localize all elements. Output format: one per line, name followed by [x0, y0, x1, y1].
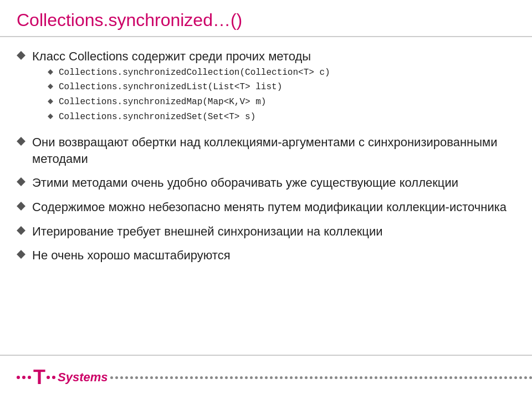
dot-icon	[175, 376, 178, 379]
dot-icon	[370, 376, 372, 379]
dot-icon	[325, 376, 328, 379]
sub-bullet-text: Collections.synchronizedCollection(Colle…	[59, 67, 330, 79]
bullet-marker	[17, 177, 25, 186]
dot-icon	[210, 376, 213, 379]
dot-icon	[415, 376, 417, 379]
slide-header: Collections.synchronized…()	[0, 0, 532, 37]
dot-icon	[185, 376, 188, 379]
sub-bullet-marker	[48, 69, 53, 75]
bullet-text: Не очень хорошо масштабируются	[32, 247, 231, 264]
dot-icon	[195, 376, 198, 379]
dot-icon	[135, 376, 138, 379]
dot-icon	[250, 376, 253, 379]
bullet-text-container: Класс Collections содержит среди прочих …	[32, 48, 330, 126]
dot-icon	[454, 376, 457, 379]
dot-icon	[215, 376, 218, 379]
list-item: Итерирование требует внешней синхронизац…	[17, 223, 515, 240]
dot-icon	[245, 376, 248, 379]
dot-icon	[220, 376, 223, 379]
dot-icon	[115, 376, 118, 379]
slide-content: Класс Collections содержит среди прочих …	[0, 43, 532, 355]
dot-icon	[310, 376, 313, 379]
dot-icon	[469, 376, 472, 379]
dot-icon	[47, 376, 50, 379]
dot-icon	[420, 376, 422, 379]
dot-icon	[350, 376, 352, 379]
dot-icon	[150, 376, 153, 379]
sub-bullet-list: Collections.synchronizedCollection(Colle…	[48, 67, 330, 123]
dot-icon	[380, 376, 382, 379]
footer-dots-middle	[47, 376, 55, 379]
logo-systems-text: Systems	[58, 370, 108, 385]
bullet-marker	[17, 202, 25, 211]
list-item: Они возвращают обертки над коллекциями-а…	[17, 134, 515, 167]
dot-icon	[504, 376, 507, 379]
list-item: Collections.synchronizedList(List<T> lis…	[48, 81, 330, 93]
dot-icon	[295, 376, 298, 379]
dot-icon	[340, 376, 342, 379]
slide: Collections.synchronized…() Класс Collec…	[0, 0, 532, 399]
dot-icon	[514, 376, 517, 379]
bullet-marker	[17, 226, 25, 235]
dot-icon	[395, 376, 397, 379]
dot-icon	[439, 376, 442, 379]
list-item: Этими методами очень удобно оборачивать …	[17, 175, 515, 191]
dot-icon	[524, 376, 527, 379]
dot-icon	[305, 376, 308, 379]
dot-icon	[434, 376, 437, 379]
dot-icon	[280, 376, 283, 379]
bullet-marker	[17, 250, 25, 259]
dot-icon	[479, 376, 482, 379]
dot-icon	[275, 376, 278, 379]
dot-icon	[459, 376, 462, 379]
dot-icon	[22, 376, 25, 379]
bullet-marker	[17, 51, 25, 60]
dot-icon	[320, 376, 323, 379]
dot-icon	[190, 376, 193, 379]
footer-dots-right	[110, 376, 532, 379]
dot-icon	[499, 376, 502, 379]
slide-footer: T Systems	[0, 355, 532, 399]
dot-icon	[315, 376, 318, 379]
dot-icon	[489, 376, 492, 379]
main-bullet-list: Класс Collections содержит среди прочих …	[17, 48, 515, 264]
dot-icon	[265, 376, 268, 379]
dot-icon	[494, 376, 497, 379]
dot-icon	[160, 376, 163, 379]
dot-icon	[360, 376, 362, 379]
dot-icon	[170, 376, 173, 379]
logo-t-letter: T	[33, 366, 44, 389]
sub-bullet-marker	[48, 114, 53, 119]
dot-icon	[225, 376, 228, 379]
list-item: Collections.synchronizedMap(Map<K,V> m)	[48, 96, 330, 108]
dot-icon	[509, 376, 512, 379]
dot-icon	[285, 376, 288, 379]
dot-icon	[355, 376, 357, 379]
dot-icon	[424, 376, 427, 379]
dot-icon	[205, 376, 208, 379]
sub-bullet-text: Collections.synchronizedMap(Map<K,V> m)	[59, 96, 266, 108]
dot-icon	[260, 376, 263, 379]
dot-icon	[429, 376, 432, 379]
dot-icon	[230, 376, 233, 379]
dot-icon	[484, 376, 487, 379]
bullet-text: Содержимое можно небезопасно менять путе…	[32, 199, 507, 216]
dot-icon	[155, 376, 158, 379]
footer-dots-left	[17, 376, 31, 379]
dot-icon	[444, 376, 447, 379]
bullet-text: Этими методами очень удобно оборачивать …	[32, 175, 458, 191]
bullet-text: Они возвращают обертки над коллекциями-а…	[32, 134, 515, 167]
dot-icon	[255, 376, 258, 379]
dot-icon	[120, 376, 123, 379]
dot-icon	[464, 376, 467, 379]
dot-icon	[400, 376, 402, 379]
dot-icon	[270, 376, 273, 379]
sub-bullet-marker	[48, 84, 53, 90]
dot-icon	[385, 376, 387, 379]
list-item: Класс Collections содержит среди прочих …	[17, 48, 515, 126]
bullet-text: Класс Collections содержит среди прочих …	[32, 49, 311, 63]
dot-icon	[335, 376, 337, 379]
footer-logo: T Systems	[17, 366, 532, 389]
dot-icon	[300, 376, 303, 379]
bullet-text: Итерирование требует внешней синхронизац…	[32, 223, 383, 240]
